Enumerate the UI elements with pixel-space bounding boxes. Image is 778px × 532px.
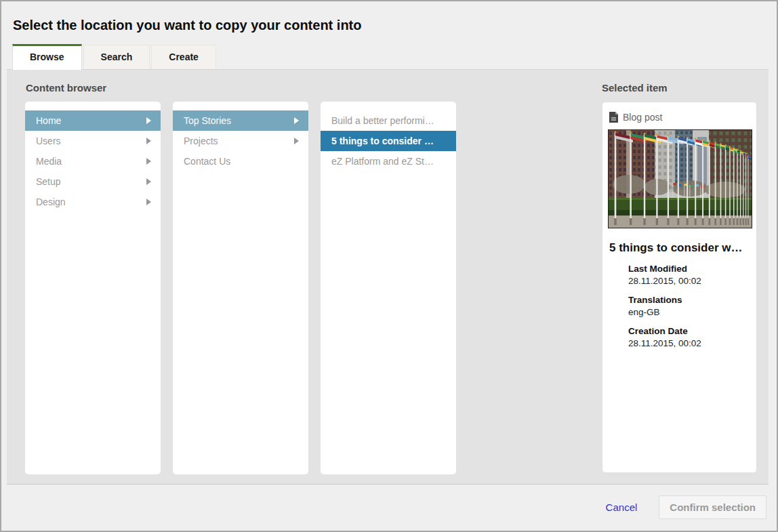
arrow-right-icon bbox=[146, 178, 151, 185]
item-label: Users bbox=[36, 136, 61, 146]
dialog-header: Select the location you want to copy you… bbox=[1, 1, 777, 34]
item-contact-us[interactable]: Contact Us bbox=[173, 151, 308, 171]
item-label: Design bbox=[36, 197, 66, 207]
selected-item-title: 5 things to consider w… bbox=[609, 241, 751, 255]
item-top-stories[interactable]: Top Stories bbox=[173, 110, 308, 131]
detail-label: Creation Date bbox=[628, 326, 751, 336]
browser-grid: Home Users Media Setup Design bbox=[25, 102, 757, 474]
arrow-right-icon bbox=[294, 117, 299, 124]
finder-column-1: Home Users Media Setup Design bbox=[25, 102, 161, 474]
item-label: Home bbox=[36, 115, 61, 126]
page-title: Select the location you want to copy you… bbox=[13, 16, 777, 34]
item-label: 5 things to consider … bbox=[331, 136, 434, 146]
item-label: Setup bbox=[36, 176, 61, 187]
detail-value: 28.11.2015, 00:02 bbox=[628, 338, 751, 348]
tab-create[interactable]: Create bbox=[151, 45, 216, 69]
content-browser-heading: Content browser bbox=[25, 82, 602, 94]
arrow-right-icon bbox=[146, 117, 151, 124]
blog-post-document-icon bbox=[609, 112, 618, 123]
item-users[interactable]: Users bbox=[25, 131, 161, 151]
selected-item-card: Blog post bbox=[602, 102, 757, 473]
content-type-label: Blog post bbox=[623, 112, 662, 123]
item-label: eZ Platform and eZ St… bbox=[331, 156, 434, 167]
content-browser-panel: Content browser Selected item Home Users… bbox=[7, 69, 769, 485]
selected-item-heading: Selected item bbox=[602, 82, 757, 94]
flags-photo bbox=[608, 129, 752, 228]
item-home[interactable]: Home bbox=[25, 110, 161, 131]
finder-column-3: Build a better performi… 5 things to con… bbox=[321, 102, 456, 474]
finder-column-2: Top Stories Projects Contact Us bbox=[173, 102, 308, 474]
selected-item-panel: Blog post bbox=[602, 102, 757, 474]
finder-columns: Home Users Media Setup Design bbox=[25, 102, 456, 474]
item-label: Top Stories bbox=[184, 115, 231, 126]
item-media[interactable]: Media bbox=[25, 151, 161, 171]
arrow-right-icon bbox=[146, 199, 151, 205]
selected-item-details: Last Modified 28.11.2015, 00:02 Translat… bbox=[628, 264, 751, 348]
item-projects[interactable]: Projects bbox=[173, 131, 308, 151]
tab-search[interactable]: Search bbox=[83, 45, 150, 69]
grid-spacer bbox=[456, 102, 602, 474]
content-type-row: Blog post bbox=[609, 112, 751, 123]
dialog-footer: Cancel Confirm selection bbox=[1, 485, 777, 529]
item-setup[interactable]: Setup bbox=[25, 171, 161, 192]
item-ez-platform-and-ez-studio[interactable]: eZ Platform and eZ St… bbox=[321, 151, 456, 171]
detail-value: eng-GB bbox=[628, 307, 751, 317]
tab-browse[interactable]: Browse bbox=[12, 44, 82, 70]
cancel-button[interactable]: Cancel bbox=[606, 502, 638, 513]
detail-value: 28.11.2015, 00:02 bbox=[628, 276, 751, 286]
item-label: Build a better performi… bbox=[331, 115, 434, 126]
item-design[interactable]: Design bbox=[25, 192, 161, 212]
item-label: Contact Us bbox=[184, 156, 230, 167]
detail-label: Translations bbox=[628, 295, 751, 305]
detail-label: Last Modified bbox=[628, 264, 751, 274]
arrow-right-icon bbox=[294, 138, 299, 144]
item-label: Media bbox=[36, 156, 62, 167]
item-build-a-better-performing[interactable]: Build a better performi… bbox=[321, 110, 456, 131]
arrow-right-icon bbox=[146, 138, 151, 144]
confirm-selection-button[interactable]: Confirm selection bbox=[659, 495, 766, 519]
tab-bar: Browse Search Create bbox=[12, 43, 777, 69]
item-5-things-to-consider[interactable]: 5 things to consider … bbox=[321, 131, 456, 151]
item-label: Projects bbox=[184, 136, 218, 146]
arrow-right-icon bbox=[146, 158, 151, 165]
panel-headings: Content browser Selected item bbox=[25, 82, 757, 94]
